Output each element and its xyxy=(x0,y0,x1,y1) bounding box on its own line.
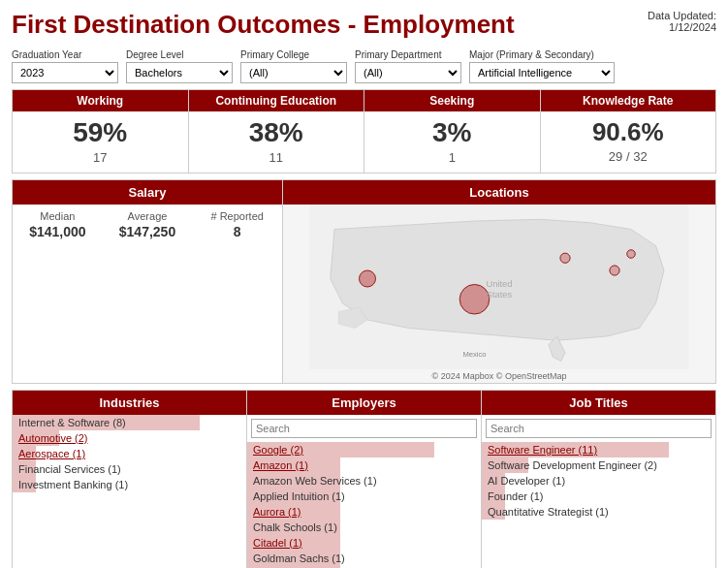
list-item: Applied Intuition (1) xyxy=(247,489,481,504)
cont-ed-count: 11 xyxy=(189,150,364,173)
graduation-year-label: Graduation Year xyxy=(12,49,118,60)
salary-block: Salary Median $141,000 Average $147,250 … xyxy=(12,179,283,384)
major-filter: Major (Primary & Secondary) Artificial I… xyxy=(469,49,615,83)
page-title: First Destination Outcomes - Employment xyxy=(12,10,515,40)
seeking-header: Seeking xyxy=(364,90,540,111)
average-value: $147,250 xyxy=(103,224,193,239)
locations-header: Locations xyxy=(283,180,715,205)
svg-point-1 xyxy=(360,270,376,287)
svg-text:States: States xyxy=(487,290,513,300)
list-item-text: Internet & Software (8) xyxy=(18,417,126,428)
seeking-count: 1 xyxy=(364,150,540,173)
knowledge-header: Knowledge Rate xyxy=(541,90,716,111)
working-stat: Working 59% 17 xyxy=(13,90,189,173)
employers-list: Google (2)Amazon (1)Amazon Web Services … xyxy=(247,442,481,568)
svg-text:United: United xyxy=(486,279,512,289)
degree-level-select[interactable]: Bachelors xyxy=(126,62,233,83)
svg-point-3 xyxy=(610,266,619,275)
knowledge-ratio: 29 / 32 xyxy=(541,149,716,172)
industries-list: Internet & Software (8)Automotive (2)Aer… xyxy=(13,415,246,551)
job-titles-header: Job Titles xyxy=(482,391,715,415)
major-label: Major (Primary & Secondary) xyxy=(469,49,615,60)
job-titles-col: Job Titles Software Engineer (11)Softwar… xyxy=(481,390,716,568)
cont-ed-header: Continuing Education xyxy=(189,90,364,111)
bottom-section: Industries Internet & Software (8)Automo… xyxy=(12,390,716,568)
industries-col: Industries Internet & Software (8)Automo… xyxy=(12,390,246,568)
list-item-text[interactable]: Amazon (1) xyxy=(253,459,308,471)
list-item: Amazon (1) xyxy=(247,458,481,473)
list-item: Goldman Sachs (1) xyxy=(247,551,481,566)
list-item-text[interactable]: Google (2) xyxy=(253,444,303,456)
list-item: Founder (1) xyxy=(482,489,715,504)
list-item: Quantitative Strategist (1) xyxy=(482,504,715,520)
working-header: Working xyxy=(13,90,188,111)
filters-row: Graduation Year 2023 Degree Level Bachel… xyxy=(0,46,728,89)
list-item: Aurora (1) xyxy=(247,504,481,520)
header: First Destination Outcomes - Employment … xyxy=(0,0,728,46)
employers-header: Employers xyxy=(247,391,481,415)
list-item-text: AI Developer (1) xyxy=(488,475,565,487)
middle-section: Salary Median $141,000 Average $147,250 … xyxy=(12,179,716,384)
list-item-text[interactable]: Aerospace (1) xyxy=(18,448,85,459)
salary-cols: Median $141,000 Average $147,250 # Repor… xyxy=(13,205,282,243)
degree-level-filter: Degree Level Bachelors xyxy=(126,49,233,83)
seeking-pct: 3% xyxy=(364,111,540,150)
seeking-stat: Seeking 3% 1 xyxy=(364,90,541,173)
svg-text:Mexico: Mexico xyxy=(462,350,486,359)
list-item-text: Chalk Schools (1) xyxy=(253,521,337,533)
job-titles-search[interactable] xyxy=(486,419,712,438)
list-item: Google (2) xyxy=(247,442,481,458)
employers-col: Employers Google (2)Amazon (1)Amazon Web… xyxy=(246,390,481,568)
median-value: $141,000 xyxy=(13,224,103,239)
list-item: Internet & Software (8) xyxy=(13,415,246,430)
list-item-text[interactable]: Citadel (1) xyxy=(253,537,302,549)
stats-row: Working 59% 17 Continuing Education 38% … xyxy=(12,89,716,174)
reported-col: # Reported 8 xyxy=(192,210,282,239)
industries-header: Industries xyxy=(13,391,246,415)
list-item-text[interactable]: Automotive (2) xyxy=(18,432,88,444)
job-titles-list: Software Engineer (11)Software Developme… xyxy=(482,442,715,568)
primary-college-filter: Primary College (All) xyxy=(240,49,347,83)
median-label: Median xyxy=(13,210,103,222)
list-item-text[interactable]: Software Engineer (11) xyxy=(488,444,597,456)
salary-header: Salary xyxy=(13,180,282,205)
list-item-text: Amazon Web Services (1) xyxy=(253,475,377,487)
primary-dept-filter: Primary Department (All) xyxy=(355,49,461,83)
list-item-text: Founder (1) xyxy=(488,490,543,502)
graduation-year-filter: Graduation Year 2023 xyxy=(12,49,118,83)
primary-dept-select[interactable]: (All) xyxy=(355,62,461,83)
map-credit: © 2024 Mapbox © OpenStreetMap xyxy=(283,369,715,383)
average-col: Average $147,250 xyxy=(103,210,193,239)
major-select[interactable]: Artificial Intelligence xyxy=(469,62,615,83)
list-item: AI Developer (1) xyxy=(482,473,715,489)
list-item-text: Software Development Engineer (2) xyxy=(488,459,657,471)
employers-search[interactable] xyxy=(251,419,477,438)
average-label: Average xyxy=(103,210,193,222)
degree-level-label: Degree Level xyxy=(126,49,233,60)
svg-point-5 xyxy=(627,250,636,259)
map-svg: Mexico United States xyxy=(283,205,715,369)
list-item: Financial Services (1) xyxy=(13,461,246,477)
list-item: Software Engineer (11) xyxy=(482,442,715,458)
list-item: Automotive (2) xyxy=(13,430,246,446)
list-item: Aerospace (1) xyxy=(13,446,246,461)
list-item-text: Financial Services (1) xyxy=(18,463,121,475)
working-pct: 59% xyxy=(13,111,188,150)
svg-point-4 xyxy=(459,284,490,314)
list-item-text: Quantitative Strategist (1) xyxy=(488,506,609,518)
working-count: 17 xyxy=(13,150,188,173)
list-item: Investment Banking (1) xyxy=(13,477,246,492)
list-item-text: Applied Intuition (1) xyxy=(253,490,345,502)
primary-college-select[interactable]: (All) xyxy=(240,62,347,83)
knowledge-stat: Knowledge Rate 90.6% 29 / 32 xyxy=(541,90,716,173)
cont-ed-pct: 38% xyxy=(189,111,364,150)
list-item: Amazon Web Services (1) xyxy=(247,473,481,489)
list-item: Citadel (1) xyxy=(247,535,481,551)
list-item: Chalk Schools (1) xyxy=(247,520,481,535)
map-container: Mexico United States xyxy=(283,205,715,369)
reported-value: 8 xyxy=(192,224,282,239)
graduation-year-select[interactable]: 2023 xyxy=(12,62,118,83)
primary-college-label: Primary College xyxy=(240,49,347,60)
list-item-text[interactable]: Aurora (1) xyxy=(253,506,301,518)
list-item: Software Development Engineer (2) xyxy=(482,458,715,473)
